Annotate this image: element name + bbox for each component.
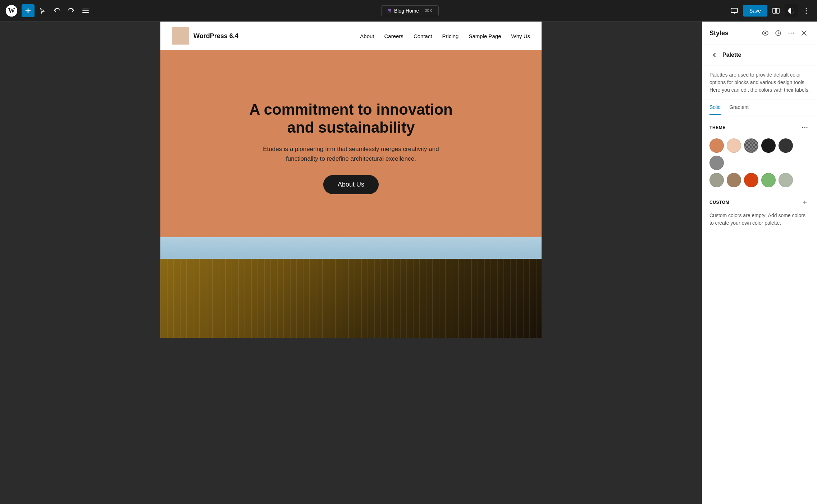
nav-links: About Careers Contact Pricing Sample Pag…	[360, 33, 530, 39]
color-swatch-warm-sand[interactable]	[709, 138, 724, 153]
panel-preview-button[interactable]	[759, 27, 771, 39]
svg-text:W: W	[8, 7, 15, 14]
building-lines	[160, 259, 542, 338]
tab-solid[interactable]: Solid	[709, 100, 721, 115]
nav-link-about[interactable]: About	[360, 33, 374, 39]
svg-point-20	[789, 33, 790, 34]
site-nav: WordPress 6.4 About Careers Contact Pric…	[160, 22, 542, 50]
svg-point-25	[802, 127, 803, 128]
template-selector-button[interactable]: ⊞ Blog Home ⌘K	[381, 5, 439, 16]
hero-section: A commitment to innovation and sustainab…	[160, 50, 542, 237]
hero-subtitle: Études is a pioneering firm that seamles…	[250, 144, 452, 164]
theme-section-header: THEME	[709, 123, 810, 133]
toolbar-center: ⊞ Blog Home ⌘K	[93, 5, 726, 16]
nav-link-pricing[interactable]: Pricing	[442, 33, 459, 39]
dark-mode-toggle[interactable]	[785, 4, 798, 17]
custom-add-color-button[interactable]: +	[800, 197, 810, 207]
custom-empty-text: Custom colors are empty! Add some colors…	[709, 212, 810, 227]
panel-title: Styles	[709, 29, 729, 37]
site-logo-area: WordPress 6.4	[172, 27, 238, 45]
nav-link-whyus[interactable]: Why Us	[511, 33, 530, 39]
svg-point-27	[807, 127, 808, 128]
list-view-button[interactable]	[79, 4, 92, 17]
devices-button[interactable]	[728, 4, 741, 17]
more-options-button[interactable]	[800, 4, 813, 17]
panel-more-button[interactable]	[785, 27, 797, 39]
save-button[interactable]: Save	[743, 5, 767, 17]
panel-history-button[interactable]	[772, 27, 784, 39]
select-tool-button[interactable]	[36, 4, 49, 17]
color-swatch-medium-gray[interactable]	[709, 156, 724, 170]
template-shortcut: ⌘K	[425, 8, 433, 13]
panel-header: Styles	[702, 22, 817, 45]
right-panel: Styles	[702, 22, 817, 504]
color-swatch-sage-gray[interactable]	[709, 173, 724, 187]
color-swatch-charcoal-pattern[interactable]	[744, 138, 758, 153]
hero-title: A commitment to innovation and sustainab…	[243, 101, 459, 137]
site-logo	[172, 27, 189, 45]
toolbar-right: Save	[728, 4, 813, 17]
theme-section-title: THEME	[709, 125, 726, 130]
palette-tabs: Solid Gradient	[702, 100, 817, 115]
tab-gradient[interactable]: Gradient	[729, 100, 749, 115]
theme-section: THEME	[702, 115, 817, 197]
undo-button[interactable]	[50, 4, 63, 17]
palette-title: Palette	[722, 52, 741, 58]
color-swatch-sage-green[interactable]	[761, 173, 776, 187]
theme-color-swatches-row2	[709, 173, 810, 187]
svg-point-16	[806, 13, 807, 14]
custom-section-title: CUSTOM	[709, 200, 729, 205]
view-toggle-button[interactable]	[770, 4, 782, 17]
svg-rect-11	[773, 8, 776, 13]
color-swatch-light-sage[interactable]	[779, 173, 793, 187]
svg-point-14	[806, 8, 807, 9]
building-image	[160, 259, 542, 338]
canvas: WordPress 6.4 About Careers Contact Pric…	[0, 22, 702, 504]
toolbar: W ⊞ Blog Home	[0, 0, 817, 22]
panel-header-icons	[759, 27, 810, 39]
svg-point-26	[804, 127, 805, 128]
palette-nav: Palette	[702, 45, 817, 65]
svg-point-22	[793, 33, 794, 34]
custom-section-header: CUSTOM +	[709, 197, 810, 207]
svg-rect-12	[776, 8, 779, 13]
color-swatch-light-peach[interactable]	[727, 138, 741, 153]
site-name: WordPress 6.4	[193, 32, 238, 40]
color-swatch-tan[interactable]	[727, 173, 741, 187]
nav-link-sample[interactable]: Sample Page	[469, 33, 501, 39]
svg-point-15	[806, 10, 807, 11]
building-section	[160, 237, 542, 338]
theme-more-button[interactable]	[800, 123, 810, 133]
theme-color-swatches-row1	[709, 138, 810, 170]
redo-button[interactable]	[65, 4, 78, 17]
page-preview: WordPress 6.4 About Careers Contact Pric…	[160, 22, 542, 338]
template-name: Blog Home	[394, 8, 419, 14]
custom-section: CUSTOM + Custom colors are empty! Add so…	[702, 197, 817, 234]
color-swatch-black[interactable]	[761, 138, 776, 153]
template-icon: ⊞	[387, 8, 391, 13]
nav-link-careers[interactable]: Careers	[384, 33, 403, 39]
wp-logo[interactable]: W	[4, 4, 19, 18]
svg-point-21	[791, 33, 792, 34]
main-area: WordPress 6.4 About Careers Contact Pric…	[0, 22, 817, 504]
palette-back-button[interactable]	[709, 50, 720, 60]
svg-point-18	[764, 32, 766, 34]
color-swatch-orange-red[interactable]	[744, 173, 758, 187]
color-swatch-dark-gray[interactable]	[779, 138, 793, 153]
add-block-button[interactable]	[22, 4, 35, 17]
nav-link-contact[interactable]: Contact	[414, 33, 432, 39]
panel-close-button[interactable]	[798, 27, 810, 39]
hero-cta-button[interactable]: About Us	[323, 175, 379, 194]
palette-description: Palettes are used to provide default col…	[702, 65, 817, 100]
svg-rect-8	[731, 8, 738, 13]
